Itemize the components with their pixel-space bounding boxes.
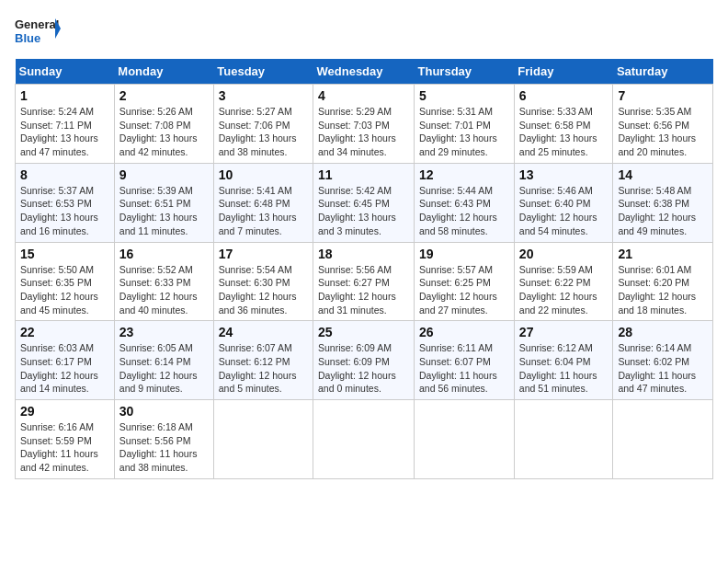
calendar-cell: 11 Sunrise: 5:42 AMSunset: 6:45 PMDaylig… xyxy=(313,163,415,242)
calendar-cell: 8 Sunrise: 5:37 AMSunset: 6:53 PMDayligh… xyxy=(16,163,115,242)
calendar-cell: 9 Sunrise: 5:39 AMSunset: 6:51 PMDayligh… xyxy=(114,163,213,242)
calendar-cell: 18 Sunrise: 5:56 AMSunset: 6:27 PMDaylig… xyxy=(313,242,415,321)
day-number: 12 xyxy=(419,167,509,182)
day-info: Sunrise: 6:07 AMSunset: 6:12 PMDaylight:… xyxy=(219,341,308,396)
calendar-cell: 17 Sunrise: 5:54 AMSunset: 6:30 PMDaylig… xyxy=(213,242,313,321)
day-number: 23 xyxy=(119,325,209,339)
day-number: 20 xyxy=(519,247,609,261)
col-header-tuesday: Tuesday xyxy=(213,59,313,85)
calendar-cell: 27 Sunrise: 6:12 AMSunset: 6:04 PMDaylig… xyxy=(514,321,613,400)
day-info: Sunrise: 5:39 AMSunset: 6:51 PMDaylight:… xyxy=(119,184,209,238)
day-info: Sunrise: 5:54 AMSunset: 6:30 PMDaylight:… xyxy=(219,263,308,317)
calendar-cell: 23 Sunrise: 6:05 AMSunset: 6:14 PMDaylig… xyxy=(114,321,213,400)
calendar-table: SundayMondayTuesdayWednesdayThursdayFrid… xyxy=(15,59,713,479)
col-header-thursday: Thursday xyxy=(415,59,515,85)
page-header: General Blue xyxy=(15,15,713,48)
day-number: 26 xyxy=(419,325,509,339)
svg-text:Blue: Blue xyxy=(15,31,40,45)
calendar-cell: 13 Sunrise: 5:46 AMSunset: 6:40 PMDaylig… xyxy=(514,163,613,242)
calendar-cell: 19 Sunrise: 5:57 AMSunset: 6:25 PMDaylig… xyxy=(415,242,515,321)
day-info: Sunrise: 6:09 AMSunset: 6:09 PMDaylight:… xyxy=(318,341,409,396)
day-info: Sunrise: 6:03 AMSunset: 6:17 PMDaylight:… xyxy=(20,341,109,396)
svg-text:General: General xyxy=(15,17,59,31)
day-number: 2 xyxy=(119,88,209,103)
day-number: 16 xyxy=(119,247,209,261)
calendar-cell: 6 Sunrise: 5:33 AMSunset: 6:58 PMDayligh… xyxy=(514,85,613,164)
day-number: 7 xyxy=(618,88,708,103)
calendar-cell: 10 Sunrise: 5:41 AMSunset: 6:48 PMDaylig… xyxy=(213,163,313,242)
day-info: Sunrise: 6:05 AMSunset: 6:14 PMDaylight:… xyxy=(119,341,209,396)
calendar-cell: 7 Sunrise: 5:35 AMSunset: 6:56 PMDayligh… xyxy=(613,85,713,164)
calendar-cell: 24 Sunrise: 6:07 AMSunset: 6:12 PMDaylig… xyxy=(213,321,313,400)
day-info: Sunrise: 5:37 AMSunset: 6:53 PMDaylight:… xyxy=(20,184,109,238)
day-info: Sunrise: 6:12 AMSunset: 6:04 PMDaylight:… xyxy=(519,341,609,396)
col-header-sunday: Sunday xyxy=(16,59,115,85)
day-info: Sunrise: 5:42 AMSunset: 6:45 PMDaylight:… xyxy=(318,184,409,238)
day-info: Sunrise: 6:14 AMSunset: 6:02 PMDaylight:… xyxy=(618,341,708,396)
day-info: Sunrise: 6:18 AMSunset: 5:56 PMDaylight:… xyxy=(119,420,209,475)
calendar-cell: 29 Sunrise: 6:16 AMSunset: 5:59 PMDaylig… xyxy=(16,400,115,479)
day-number: 27 xyxy=(519,325,609,339)
day-number: 24 xyxy=(219,325,308,339)
calendar-cell xyxy=(613,400,713,479)
logo-icon: General Blue xyxy=(15,15,61,48)
day-number: 5 xyxy=(419,88,509,103)
day-info: Sunrise: 5:57 AMSunset: 6:25 PMDaylight:… xyxy=(419,263,509,317)
day-info: Sunrise: 5:33 AMSunset: 6:58 PMDaylight:… xyxy=(519,105,609,159)
calendar-cell: 26 Sunrise: 6:11 AMSunset: 6:07 PMDaylig… xyxy=(415,321,515,400)
day-info: Sunrise: 5:26 AMSunset: 7:08 PMDaylight:… xyxy=(119,105,209,159)
day-info: Sunrise: 6:01 AMSunset: 6:20 PMDaylight:… xyxy=(618,263,708,317)
calendar-cell: 30 Sunrise: 6:18 AMSunset: 5:56 PMDaylig… xyxy=(114,400,213,479)
calendar-cell: 14 Sunrise: 5:48 AMSunset: 6:38 PMDaylig… xyxy=(613,163,713,242)
calendar-cell: 1 Sunrise: 5:24 AMSunset: 7:11 PMDayligh… xyxy=(16,85,115,164)
col-header-friday: Friday xyxy=(514,59,613,85)
calendar-cell: 28 Sunrise: 6:14 AMSunset: 6:02 PMDaylig… xyxy=(613,321,713,400)
day-info: Sunrise: 5:59 AMSunset: 6:22 PMDaylight:… xyxy=(519,263,609,317)
day-info: Sunrise: 5:31 AMSunset: 7:01 PMDaylight:… xyxy=(419,105,509,159)
day-info: Sunrise: 5:44 AMSunset: 6:43 PMDaylight:… xyxy=(419,184,509,238)
day-number: 4 xyxy=(318,88,409,103)
day-number: 14 xyxy=(618,167,708,182)
day-number: 9 xyxy=(119,167,209,182)
calendar-cell xyxy=(213,400,313,479)
calendar-cell: 21 Sunrise: 6:01 AMSunset: 6:20 PMDaylig… xyxy=(613,242,713,321)
day-number: 21 xyxy=(618,247,708,261)
calendar-cell: 2 Sunrise: 5:26 AMSunset: 7:08 PMDayligh… xyxy=(114,85,213,164)
day-number: 28 xyxy=(618,325,708,339)
calendar-cell: 16 Sunrise: 5:52 AMSunset: 6:33 PMDaylig… xyxy=(114,242,213,321)
day-info: Sunrise: 6:16 AMSunset: 5:59 PMDaylight:… xyxy=(20,420,109,475)
calendar-cell: 15 Sunrise: 5:50 AMSunset: 6:35 PMDaylig… xyxy=(16,242,115,321)
day-info: Sunrise: 5:48 AMSunset: 6:38 PMDaylight:… xyxy=(618,184,708,238)
calendar-cell: 22 Sunrise: 6:03 AMSunset: 6:17 PMDaylig… xyxy=(16,321,115,400)
day-number: 3 xyxy=(219,88,308,103)
day-info: Sunrise: 5:29 AMSunset: 7:03 PMDaylight:… xyxy=(318,105,409,159)
day-number: 17 xyxy=(219,247,308,261)
day-number: 10 xyxy=(219,167,308,182)
calendar-cell: 20 Sunrise: 5:59 AMSunset: 6:22 PMDaylig… xyxy=(514,242,613,321)
calendar-cell xyxy=(514,400,613,479)
day-info: Sunrise: 5:24 AMSunset: 7:11 PMDaylight:… xyxy=(20,105,109,159)
logo: General Blue xyxy=(15,15,61,48)
day-number: 15 xyxy=(20,247,109,261)
day-info: Sunrise: 5:35 AMSunset: 6:56 PMDaylight:… xyxy=(618,105,708,159)
calendar-cell xyxy=(415,400,515,479)
day-number: 13 xyxy=(519,167,609,182)
day-number: 6 xyxy=(519,88,609,103)
day-info: Sunrise: 5:41 AMSunset: 6:48 PMDaylight:… xyxy=(219,184,308,238)
calendar-cell: 25 Sunrise: 6:09 AMSunset: 6:09 PMDaylig… xyxy=(313,321,415,400)
calendar-cell: 3 Sunrise: 5:27 AMSunset: 7:06 PMDayligh… xyxy=(213,85,313,164)
day-number: 19 xyxy=(419,247,509,261)
col-header-monday: Monday xyxy=(114,59,213,85)
day-number: 29 xyxy=(20,404,109,419)
day-number: 8 xyxy=(20,167,109,182)
day-info: Sunrise: 5:56 AMSunset: 6:27 PMDaylight:… xyxy=(318,263,409,317)
calendar-cell: 5 Sunrise: 5:31 AMSunset: 7:01 PMDayligh… xyxy=(415,85,515,164)
col-header-wednesday: Wednesday xyxy=(313,59,415,85)
day-info: Sunrise: 5:50 AMSunset: 6:35 PMDaylight:… xyxy=(20,263,109,317)
day-info: Sunrise: 5:46 AMSunset: 6:40 PMDaylight:… xyxy=(519,184,609,238)
day-number: 22 xyxy=(20,325,109,339)
day-info: Sunrise: 6:11 AMSunset: 6:07 PMDaylight:… xyxy=(419,341,509,396)
calendar-cell: 12 Sunrise: 5:44 AMSunset: 6:43 PMDaylig… xyxy=(415,163,515,242)
day-number: 18 xyxy=(318,247,409,261)
day-number: 25 xyxy=(318,325,409,339)
